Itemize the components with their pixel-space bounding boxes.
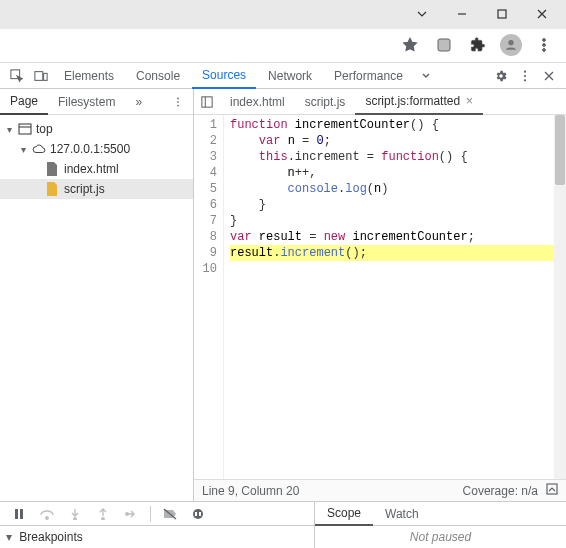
tree-file-script[interactable]: script.js (0, 179, 193, 199)
window-minimize-button[interactable] (442, 0, 482, 28)
sources-editor-pane: index.html script.js script.js:formatted… (194, 89, 566, 501)
tab-console[interactable]: Console (126, 63, 190, 89)
tree-file-label: index.html (64, 162, 119, 176)
tree-root-top[interactable]: ▾ top (0, 119, 193, 139)
svg-point-5 (543, 49, 546, 52)
window-close-button[interactable] (522, 0, 562, 28)
breakpoints-header[interactable]: ▾ Breakpoints (6, 530, 308, 544)
tab-watch[interactable]: Watch (373, 502, 431, 526)
browser-menu-kebab-icon[interactable] (532, 33, 556, 57)
svg-point-20 (46, 516, 48, 518)
debugger-toolbar: Scope Watch (0, 502, 566, 526)
file-icon (46, 162, 60, 176)
navigator-more-chevron-icon[interactable]: » (125, 89, 152, 115)
navigator-tabs: Page Filesystem » (0, 89, 193, 115)
deactivate-breakpoints-icon[interactable] (161, 505, 179, 523)
tab-scope[interactable]: Scope (315, 502, 373, 526)
tab-performance[interactable]: Performance (324, 63, 413, 89)
svg-rect-8 (44, 73, 48, 80)
pause-resume-icon[interactable] (10, 505, 28, 523)
extensions-puzzle-icon[interactable] (466, 33, 490, 57)
extension-icon[interactable] (432, 33, 456, 57)
svg-point-3 (543, 39, 546, 42)
editor-statusbar: Line 9, Column 20 Coverage: n/a (194, 479, 566, 501)
svg-point-4 (543, 44, 546, 47)
debugger-side-tabs: Scope Watch (315, 502, 566, 526)
tab-sources[interactable]: Sources (192, 63, 256, 89)
tree-file-index[interactable]: index.html (0, 159, 193, 179)
svg-point-22 (102, 517, 104, 519)
svg-rect-7 (35, 71, 43, 80)
step-over-icon[interactable] (38, 505, 56, 523)
bookmark-star-icon[interactable] (398, 33, 422, 57)
coverage-status: Coverage: n/a (463, 484, 538, 498)
debugger-bottom: ▾ Breakpoints Not paused (0, 526, 566, 548)
scrollbar-thumb[interactable] (555, 115, 565, 185)
tab-network[interactable]: Network (258, 63, 322, 89)
svg-point-12 (177, 97, 179, 99)
browser-toolbar (0, 29, 566, 63)
svg-point-10 (524, 75, 526, 77)
svg-point-24 (193, 509, 203, 519)
device-toggle-icon[interactable] (30, 65, 52, 87)
tab-elements[interactable]: Elements (54, 63, 124, 89)
step-out-icon[interactable] (94, 505, 112, 523)
navigator-menu-kebab-icon[interactable] (163, 89, 193, 115)
svg-point-9 (524, 70, 526, 72)
cloud-icon (32, 142, 46, 156)
sources-navigator: Page Filesystem » ▾ top ▾ (0, 89, 194, 501)
svg-rect-19 (20, 509, 23, 519)
inspect-element-icon[interactable] (6, 65, 28, 87)
file-tree: ▾ top ▾ 127.0.0.1:5500 (0, 115, 193, 203)
svg-rect-18 (15, 509, 18, 519)
not-paused-message: Not paused (410, 530, 471, 544)
svg-point-2 (509, 41, 514, 46)
tree-origin[interactable]: ▾ 127.0.0.1:5500 (0, 139, 193, 159)
editor-scrollbar[interactable] (554, 115, 566, 479)
tree-file-label: script.js (64, 182, 105, 196)
cursor-position: Line 9, Column 20 (202, 484, 299, 498)
svg-point-14 (177, 104, 179, 106)
disclosure-triangle-icon[interactable]: ▾ (4, 124, 14, 135)
window-titlebar (0, 0, 566, 29)
devtools-close-icon[interactable] (538, 65, 560, 87)
step-into-icon[interactable] (66, 505, 84, 523)
file-tab-script[interactable]: script.js (295, 89, 356, 115)
file-tabs-history-icon[interactable] (194, 89, 220, 115)
close-tab-icon[interactable]: × (466, 94, 473, 108)
file-tab-script-formatted[interactable]: script.js:formatted × (355, 89, 483, 115)
svg-rect-16 (202, 96, 212, 106)
sources-panel: Page Filesystem » ▾ top ▾ (0, 89, 566, 502)
breakpoints-pane: ▾ Breakpoints (0, 526, 315, 548)
devtools-menu-kebab-icon[interactable] (514, 65, 536, 87)
code-content: function incrementCounter() { var n = 0;… (224, 115, 566, 479)
scope-pane: Not paused (315, 526, 566, 548)
code-editor[interactable]: 12345678910 function incrementCounter() … (194, 115, 566, 479)
svg-rect-15 (19, 124, 31, 134)
navigator-tab-filesystem[interactable]: Filesystem (48, 89, 125, 115)
disclosure-triangle-icon[interactable]: ▾ (6, 530, 12, 544)
svg-rect-26 (199, 512, 201, 516)
tree-origin-label: 127.0.0.1:5500 (50, 142, 130, 156)
pause-on-exceptions-icon[interactable] (189, 505, 207, 523)
tabs-dropdown-icon[interactable] (402, 0, 442, 28)
statusbar-expand-icon[interactable] (546, 483, 558, 498)
svg-rect-0 (498, 10, 506, 18)
more-tabs-chevron-icon[interactable] (415, 65, 437, 87)
svg-point-21 (74, 517, 76, 519)
line-number-gutter: 12345678910 (194, 115, 224, 479)
devtools-tabstrip: Elements Console Sources Network Perform… (0, 63, 566, 89)
navigator-tab-page[interactable]: Page (0, 89, 48, 115)
devtools-settings-gear-icon[interactable] (490, 65, 512, 87)
profile-avatar[interactable] (500, 34, 522, 56)
svg-rect-1 (438, 39, 450, 51)
disclosure-triangle-icon[interactable]: ▾ (18, 144, 28, 155)
tree-root-label: top (36, 122, 53, 136)
window-maximize-button[interactable] (482, 0, 522, 28)
svg-point-23 (126, 512, 128, 514)
svg-rect-17 (547, 484, 557, 494)
svg-rect-25 (195, 512, 197, 516)
editor-file-tabs: index.html script.js script.js:formatted… (194, 89, 566, 115)
file-tab-index[interactable]: index.html (220, 89, 295, 115)
step-icon[interactable] (122, 505, 140, 523)
